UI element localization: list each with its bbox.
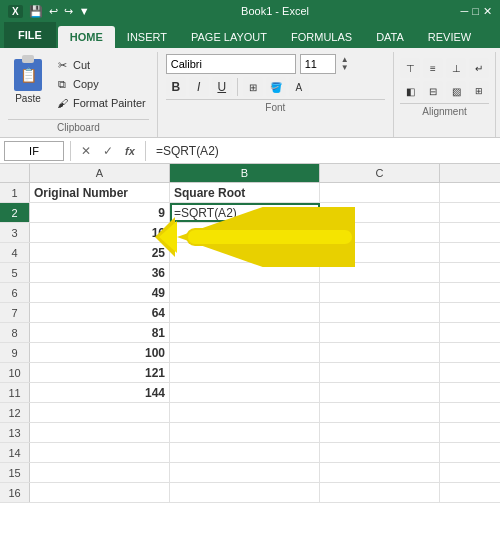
cell-a13[interactable]: [30, 423, 170, 442]
cell-b15[interactable]: [170, 463, 320, 482]
font-group: ▲ ▼ B I U ⊞ 🪣 A Font: [158, 52, 394, 137]
cell-a16[interactable]: [30, 483, 170, 502]
tab-data[interactable]: DATA: [364, 26, 416, 48]
align-top-button[interactable]: ⊤: [400, 58, 420, 78]
maximize-icon[interactable]: □: [472, 5, 479, 18]
cell-c13[interactable]: [320, 423, 440, 442]
cell-b14[interactable]: [170, 443, 320, 462]
tab-home[interactable]: HOME: [58, 26, 115, 48]
cell-a9[interactable]: 100: [30, 343, 170, 362]
cell-b16[interactable]: [170, 483, 320, 502]
cell-b7[interactable]: [170, 303, 320, 322]
cut-button[interactable]: ✂ Cut: [52, 56, 149, 74]
cell-a15[interactable]: [30, 463, 170, 482]
align-middle-button[interactable]: ≡: [423, 58, 443, 78]
cell-c16[interactable]: [320, 483, 440, 502]
close-icon[interactable]: ✕: [483, 5, 492, 18]
cell-b12[interactable]: [170, 403, 320, 422]
font-row1: ▲ ▼: [166, 54, 385, 74]
cell-c11[interactable]: [320, 383, 440, 402]
font-decrease-button[interactable]: ▼: [340, 64, 350, 72]
cell-c6[interactable]: [320, 283, 440, 302]
save-icon[interactable]: 💾: [29, 5, 43, 18]
cell-b13[interactable]: [170, 423, 320, 442]
cell-b9[interactable]: [170, 343, 320, 362]
font-color-button[interactable]: A: [289, 77, 309, 97]
cell-a10[interactable]: 121: [30, 363, 170, 382]
cell-c7[interactable]: [320, 303, 440, 322]
cell-c3[interactable]: [320, 223, 440, 242]
align-right-button[interactable]: ▨: [446, 81, 466, 101]
cell-c9[interactable]: [320, 343, 440, 362]
formula-input[interactable]: [152, 144, 496, 158]
tab-insert[interactable]: INSERT: [115, 26, 179, 48]
fill-color-button[interactable]: 🪣: [266, 77, 286, 97]
minimize-icon[interactable]: ─: [461, 5, 469, 18]
align-left-button[interactable]: ◧: [400, 81, 420, 101]
cell-b8[interactable]: [170, 323, 320, 342]
cell-c1[interactable]: [320, 183, 440, 202]
cell-a5[interactable]: 36: [30, 263, 170, 282]
small-buttons: ✂ Cut ⧉ Copy 🖌 Format Painter: [52, 56, 149, 112]
name-box[interactable]: [4, 141, 64, 161]
copy-button[interactable]: ⧉ Copy: [52, 75, 149, 93]
customize-icon[interactable]: ▼: [79, 5, 90, 17]
cell-c14[interactable]: [320, 443, 440, 462]
paste-button[interactable]: 📋 Paste: [8, 54, 48, 109]
cell-b11[interactable]: [170, 383, 320, 402]
cell-b10[interactable]: [170, 363, 320, 382]
confirm-formula-button[interactable]: ✓: [99, 142, 117, 160]
cell-a3[interactable]: 16: [30, 223, 170, 242]
cell-a8[interactable]: 81: [30, 323, 170, 342]
cell-b1[interactable]: Square Root: [170, 183, 320, 202]
bold-button[interactable]: B: [166, 77, 186, 97]
tab-page-layout[interactable]: PAGE LAYOUT: [179, 26, 279, 48]
fx-button[interactable]: fx: [121, 142, 139, 160]
col-header-a[interactable]: A: [30, 164, 170, 182]
cell-a2[interactable]: 9: [30, 203, 170, 222]
cell-a6[interactable]: 49: [30, 283, 170, 302]
cell-c8[interactable]: [320, 323, 440, 342]
merge-button[interactable]: ⊞: [469, 81, 489, 101]
cell-b4[interactable]: [170, 243, 320, 262]
border-button[interactable]: ⊞: [243, 77, 263, 97]
align-bottom-button[interactable]: ⊥: [446, 58, 466, 78]
title-bar-icons: 💾 ↩ ↪ ▼: [29, 5, 90, 18]
cell-c4[interactable]: [320, 243, 440, 262]
row-num-10: 10: [0, 363, 30, 382]
cell-c2[interactable]: [320, 203, 440, 222]
cell-a1[interactable]: Original Number: [30, 183, 170, 202]
undo-icon[interactable]: ↩: [49, 5, 58, 18]
clipboard-label: Clipboard: [8, 119, 149, 135]
col-header-c[interactable]: C: [320, 164, 440, 182]
cell-b2[interactable]: =SQRT(A2): [170, 203, 320, 222]
cell-c10[interactable]: [320, 363, 440, 382]
cell-a11[interactable]: 144: [30, 383, 170, 402]
cell-a7[interactable]: 64: [30, 303, 170, 322]
cell-b5[interactable]: [170, 263, 320, 282]
format-painter-button[interactable]: 🖌 Format Painter: [52, 94, 149, 112]
table-row: 14: [0, 443, 500, 463]
cell-a14[interactable]: [30, 443, 170, 462]
title-bar: X 💾 ↩ ↪ ▼ Book1 - Excel ─ □ ✕: [0, 0, 500, 22]
cell-a12[interactable]: [30, 403, 170, 422]
separator1: [237, 78, 238, 96]
col-header-b[interactable]: B: [170, 164, 320, 182]
italic-button[interactable]: I: [189, 77, 209, 97]
cancel-formula-button[interactable]: ✕: [77, 142, 95, 160]
wrap-text-button[interactable]: ↵: [469, 58, 489, 78]
tab-file[interactable]: FILE: [4, 22, 56, 48]
redo-icon[interactable]: ↪: [64, 5, 73, 18]
font-size-input[interactable]: [300, 54, 336, 74]
tab-formulas[interactable]: FORMULAS: [279, 26, 364, 48]
tab-review[interactable]: REVIEW: [416, 26, 483, 48]
cell-c15[interactable]: [320, 463, 440, 482]
cell-c5[interactable]: [320, 263, 440, 282]
cell-b6[interactable]: [170, 283, 320, 302]
underline-button[interactable]: U: [212, 77, 232, 97]
cell-a4[interactable]: 25: [30, 243, 170, 262]
cell-c12[interactable]: [320, 403, 440, 422]
cell-b3[interactable]: [170, 223, 320, 242]
align-center-button[interactable]: ⊟: [423, 81, 443, 101]
font-name-input[interactable]: [166, 54, 296, 74]
